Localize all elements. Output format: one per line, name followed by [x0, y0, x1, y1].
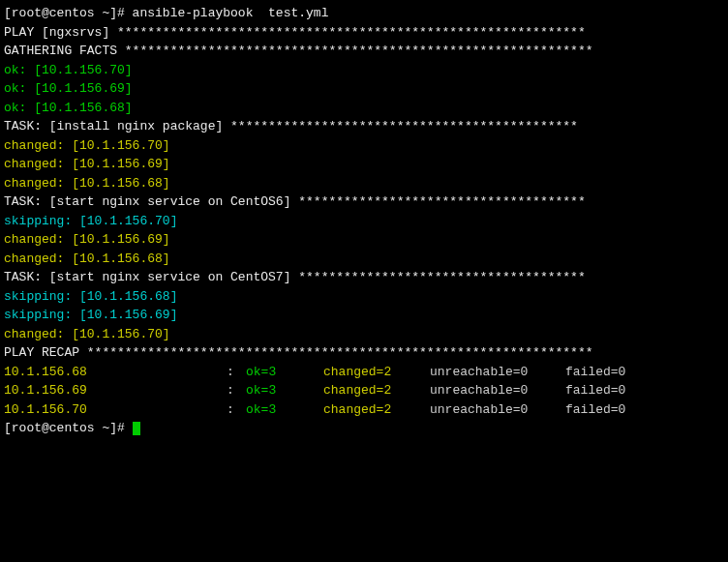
recap-colon: :: [227, 363, 246, 382]
command-prompt-line[interactable]: [root@centos ~]#: [4, 419, 724, 438]
recap-ok: ok=3: [246, 400, 323, 420]
task-changed-line: changed: [10.1.156.69]: [4, 155, 724, 174]
recap-host: 10.1.156.70: [4, 400, 227, 420]
recap-changed: changed=2: [323, 363, 430, 382]
task-start-nginx-centos7-header: TASK: [start nginx service on CentOS7] *…: [4, 268, 724, 287]
recap-unreachable: unreachable=0: [430, 400, 565, 420]
cursor-icon: [133, 422, 140, 435]
gathering-ok-line: ok: [10.1.156.69]: [4, 79, 724, 99]
recap-row: 10.1.156.69 : ok=3 changed=2 unreachable…: [4, 381, 724, 400]
prompt-text: [root@centos ~]#: [4, 421, 133, 435]
command-prompt-line: [root@centos ~]# ansible-playbook test.y…: [4, 4, 724, 23]
task-install-nginx-header: TASK: [install nginx package] **********…: [4, 117, 724, 136]
task-changed-line: changed: [10.1.156.68]: [4, 250, 724, 269]
gathering-facts-header: GATHERING FACTS ************************…: [4, 42, 724, 61]
task-skipping-line: skipping: [10.1.156.70]: [4, 212, 724, 231]
recap-host: 10.1.156.69: [4, 381, 227, 400]
task-changed-line: changed: [10.1.156.68]: [4, 174, 724, 193]
task-start-nginx-centos6-header: TASK: [start nginx service on CentOS6] *…: [4, 192, 724, 212]
gathering-ok-line: ok: [10.1.156.68]: [4, 99, 724, 118]
recap-row: 10.1.156.68 : ok=3 changed=2 unreachable…: [4, 363, 724, 382]
recap-failed: failed=0: [565, 363, 625, 382]
recap-colon: :: [227, 400, 246, 420]
play-header: PLAY [ngxsrvs] *************************…: [4, 23, 724, 43]
recap-unreachable: unreachable=0: [430, 363, 565, 382]
task-changed-line: changed: [10.1.156.69]: [4, 230, 724, 250]
recap-changed: changed=2: [323, 381, 430, 400]
recap-ok: ok=3: [246, 381, 323, 400]
recap-changed: changed=2: [323, 400, 430, 420]
task-skipping-line: skipping: [10.1.156.69]: [4, 306, 724, 325]
task-changed-line: changed: [10.1.156.70]: [4, 136, 724, 156]
recap-failed: failed=0: [565, 400, 625, 420]
task-changed-line: changed: [10.1.156.70]: [4, 325, 724, 344]
recap-unreachable: unreachable=0: [430, 381, 565, 400]
gathering-ok-line: ok: [10.1.156.70]: [4, 61, 724, 80]
play-recap-header: PLAY RECAP *****************************…: [4, 343, 724, 363]
recap-colon: :: [227, 381, 246, 400]
recap-failed: failed=0: [565, 381, 625, 400]
recap-host: 10.1.156.68: [4, 363, 227, 382]
recap-ok: ok=3: [246, 363, 323, 382]
task-skipping-line: skipping: [10.1.156.68]: [4, 287, 724, 307]
recap-row: 10.1.156.70 : ok=3 changed=2 unreachable…: [4, 400, 724, 420]
